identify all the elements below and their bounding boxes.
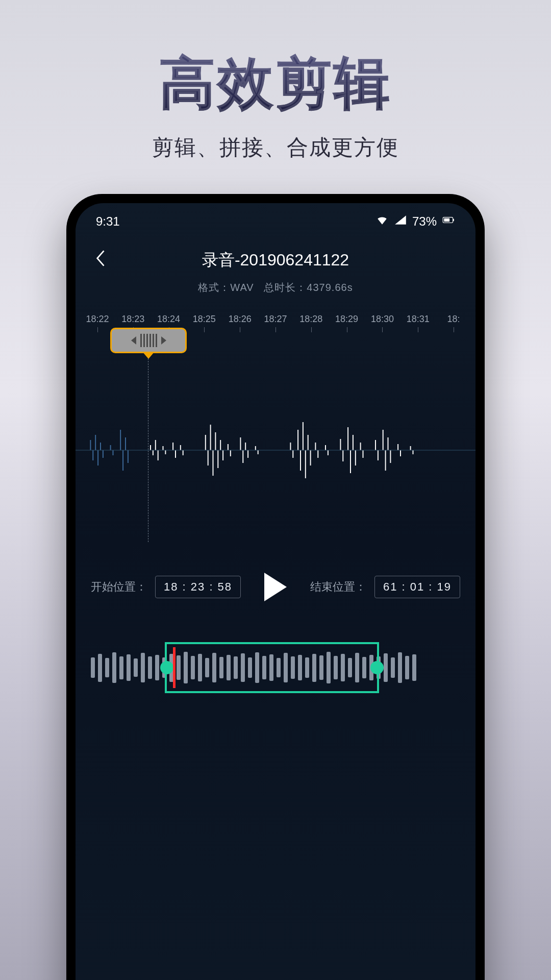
svg-rect-2 [444,218,449,222]
start-position-label: 开始位置： [91,579,147,595]
app-header: 录音-201906241122 格式：WAV 总时长：4379.66s [76,235,475,300]
waveform-area[interactable] [76,358,475,542]
hero-title: 高效剪辑 [0,46,551,122]
ruler-tick: 18:26 [222,314,258,325]
playback-controls: 开始位置： 18 : 23 : 58 结束位置： 61 : 01 : 19 [76,542,475,601]
duration-label: 总时长： [264,282,307,293]
battery-icon [442,213,455,230]
format-label: 格式： [198,282,230,293]
ruler-tick: 18:24 [151,314,187,325]
ruler-tick: 18:27 [258,314,293,325]
selection-slider[interactable] [76,637,475,698]
ruler-tick: 18:22 [80,314,115,325]
signal-icon [394,213,407,230]
scrubber-track [76,328,475,358]
ruler-tick: 18:31 [400,314,436,325]
selection-handle-left[interactable] [160,661,173,674]
chevron-left-icon [131,336,136,345]
end-position-label: 结束位置： [310,579,366,595]
ruler-tick: 18:25 [186,314,222,325]
hero-subtitle: 剪辑、拼接、合成更方便 [0,133,551,162]
ruler-tick: 18:29 [329,314,365,325]
wifi-icon [375,213,389,230]
status-time: 9:31 [96,214,120,229]
ruler-tick: 18:23 [115,314,151,325]
battery-percent: 73% [412,214,437,229]
status-bar: 9:31 73% [76,203,475,235]
ruler-tick: 18:28 [293,314,329,325]
file-meta: 格式：WAV 总时长：4379.66s [86,281,465,295]
end-position-input[interactable]: 61 : 01 : 19 [374,576,460,598]
phone-frame: 9:31 73% 录音-201906241122 格式：WAV [66,194,485,980]
format-value: WAV [230,282,254,293]
scrubber-handle[interactable] [110,328,187,353]
time-ruler[interactable]: 18:22 18:23 18:24 18:25 18:26 18:27 18:2… [76,314,475,325]
selection-box[interactable] [165,642,379,693]
duration-value: 4379.66s [307,282,353,293]
ruler-tick: 18:30 [365,314,400,325]
back-button[interactable] [91,248,111,268]
svg-rect-1 [453,219,454,221]
chevron-right-icon [161,336,166,345]
start-position-input[interactable]: 18 : 23 : 58 [155,576,241,598]
page-title: 录音-201906241122 [86,249,465,272]
phone-screen: 9:31 73% 录音-201906241122 格式：WAV [76,203,475,980]
play-button[interactable] [264,573,287,601]
grip-icon [140,334,157,347]
waveform-icon [76,414,475,486]
ruler-tick: 18: [436,314,471,325]
selection-cursor[interactable] [173,647,176,688]
selection-handle-right[interactable] [370,661,384,674]
